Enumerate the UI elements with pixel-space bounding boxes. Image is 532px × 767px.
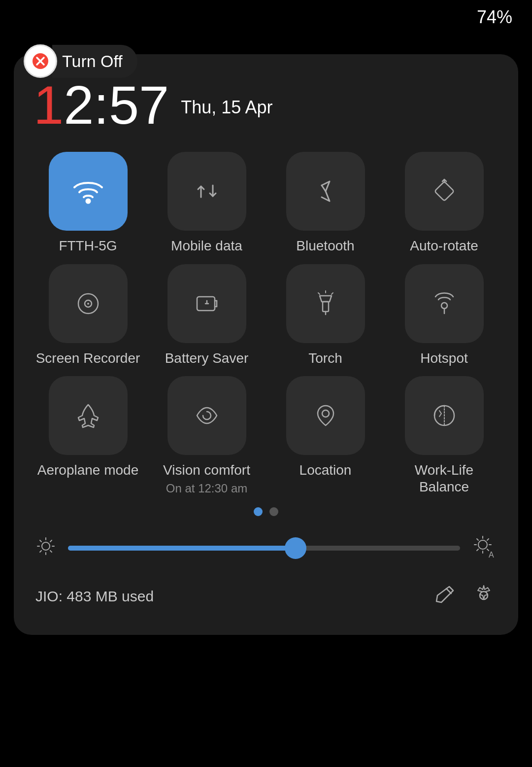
bluetooth-icon-wrap xyxy=(286,152,365,231)
svg-line-21 xyxy=(318,293,320,294)
svg-point-3 xyxy=(86,199,90,203)
hotspot-icon xyxy=(429,288,460,319)
clock-digits-rest: 2:57 xyxy=(64,74,169,135)
svg-line-34 xyxy=(50,551,52,552)
svg-line-6 xyxy=(322,185,326,191)
svg-text:A: A xyxy=(489,551,494,558)
page-dot-2[interactable] xyxy=(269,507,278,516)
brightness-low-icon xyxy=(35,536,56,561)
wifi-icon xyxy=(70,174,106,209)
svg-line-45 xyxy=(477,549,478,551)
clock-area: 12:57 Thu, 15 Apr xyxy=(33,78,499,132)
tile-wifi-label: FTTH-5G xyxy=(59,238,117,254)
data-usage-label: JIO: 483 MB used xyxy=(35,588,154,605)
wifi-tile-icon xyxy=(49,152,128,231)
tile-torch[interactable]: Torch xyxy=(271,264,380,367)
svg-line-33 xyxy=(40,540,41,542)
hotspot-icon-wrap xyxy=(405,264,484,343)
brightness-track[interactable] xyxy=(68,546,460,551)
tile-hotspot-label: Hotspot xyxy=(420,350,468,367)
battery-saver-icon xyxy=(191,288,223,319)
screen-recorder-icon-wrap xyxy=(49,264,128,343)
edit-button[interactable] xyxy=(432,583,457,610)
turn-off-popup[interactable]: Turn Off xyxy=(24,44,137,78)
turn-off-label[interactable]: Turn Off xyxy=(52,45,137,78)
settings-button[interactable] xyxy=(471,583,497,610)
tile-location[interactable]: Location xyxy=(271,376,380,495)
tile-battery-saver[interactable]: Battery Saver xyxy=(152,264,261,367)
svg-point-23 xyxy=(441,303,447,309)
turn-off-x-button[interactable] xyxy=(24,44,57,78)
svg-rect-7 xyxy=(434,181,454,201)
brightness-auto-icon: A xyxy=(472,534,497,563)
settings-icon xyxy=(471,583,497,608)
torch-icon-wrap xyxy=(286,264,365,343)
vision-comfort-icon-wrap xyxy=(167,376,246,455)
tile-bluetooth-label: Bluetooth xyxy=(296,238,354,254)
quick-settings-panel: 12:57 Thu, 15 Apr Turn Off xyxy=(14,54,518,635)
aeroplane-icon xyxy=(72,400,104,431)
tile-aeroplane-label: Aeroplane mode xyxy=(37,462,138,479)
battery-percentage: 74% xyxy=(477,7,512,28)
tile-vision-comfort-sublabel: On at 12:30 am xyxy=(166,482,247,495)
vision-comfort-icon xyxy=(191,400,223,431)
svg-point-11 xyxy=(87,303,89,305)
brightness-thumb[interactable] xyxy=(285,537,306,559)
svg-point-37 xyxy=(478,540,487,549)
clock-date: Thu, 15 Apr xyxy=(181,97,272,118)
tile-screen-recorder-label: Screen Recorder xyxy=(36,350,140,367)
bottom-bar: JIO: 483 MB used xyxy=(33,583,499,610)
tile-mobile-data-label: Mobile data xyxy=(171,238,242,254)
page-dots xyxy=(33,507,499,516)
tile-mobile-data[interactable]: Mobile data xyxy=(152,152,261,254)
svg-point-28 xyxy=(42,542,50,550)
tile-vision-comfort-label: Vision comfort xyxy=(163,462,250,479)
tile-aeroplane-mode[interactable]: Aeroplane mode xyxy=(33,376,142,495)
tile-hotspot[interactable]: Hotspot xyxy=(390,264,499,367)
tile-location-label: Location xyxy=(299,462,352,479)
edit-icon xyxy=(432,583,457,608)
brightness-fill xyxy=(68,546,296,551)
svg-line-44 xyxy=(487,539,489,540)
location-icon xyxy=(310,400,341,431)
bluetooth-icon xyxy=(310,175,341,207)
location-icon-wrap xyxy=(286,376,365,455)
tile-auto-rotate[interactable]: Auto-rotate xyxy=(390,152,499,254)
tile-bluetooth[interactable]: Bluetooth xyxy=(271,152,380,254)
clock-digit-1: 1 xyxy=(33,74,64,135)
torch-icon xyxy=(310,288,341,319)
tile-torch-label: Torch xyxy=(308,350,342,367)
tile-wifi[interactable]: FTTH-5G xyxy=(33,152,142,254)
screen-recorder-icon xyxy=(72,288,104,319)
svg-line-22 xyxy=(332,293,333,294)
tile-battery-saver-label: Battery Saver xyxy=(165,350,249,367)
page-dot-1[interactable] xyxy=(254,507,263,516)
svg-point-25 xyxy=(322,410,329,417)
svg-line-36 xyxy=(40,551,41,552)
tile-vision-comfort[interactable]: Vision comfort On at 12:30 am xyxy=(152,376,261,495)
tile-work-life-balance-label: Work-Life Balance xyxy=(390,462,499,495)
work-life-balance-icon-wrap xyxy=(405,376,484,455)
svg-rect-18 xyxy=(323,302,329,312)
tile-work-life-balance[interactable]: Work-Life Balance xyxy=(390,376,499,495)
x-icon xyxy=(32,52,49,70)
auto-rotate-icon-wrap xyxy=(405,152,484,231)
status-bar: 74% xyxy=(0,0,532,35)
tiles-grid: FTTH-5G Mobile data Blueto xyxy=(33,152,499,495)
auto-rotate-icon xyxy=(429,175,460,207)
work-life-balance-icon xyxy=(429,400,460,431)
bottom-actions xyxy=(432,583,497,610)
aeroplane-icon-wrap xyxy=(49,376,128,455)
svg-line-35 xyxy=(50,540,52,542)
clock-time: 12:57 xyxy=(33,78,169,132)
svg-line-42 xyxy=(477,539,478,540)
tile-auto-rotate-label: Auto-rotate xyxy=(410,238,478,254)
tile-screen-recorder[interactable]: Screen Recorder xyxy=(33,264,142,367)
mobile-data-icon-wrap xyxy=(167,152,246,231)
battery-saver-icon-wrap xyxy=(167,264,246,343)
mobile-data-icon xyxy=(191,175,223,207)
brightness-row: A xyxy=(33,534,499,563)
svg-line-47 xyxy=(446,589,451,593)
